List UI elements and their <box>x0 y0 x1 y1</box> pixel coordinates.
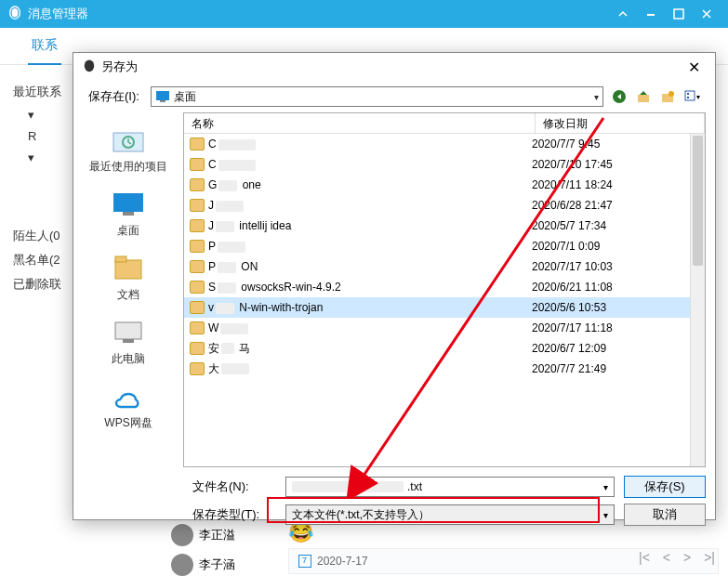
file-date: 2020/7/17 10:03 <box>532 260 699 273</box>
folder-icon <box>190 158 205 171</box>
file-row[interactable]: J intellij idea2020/5/7 17:34 <box>184 216 705 236</box>
folder-icon <box>190 362 205 375</box>
desktop-icon <box>155 90 170 103</box>
file-row[interactable]: C2020/7/10 17:45 <box>184 154 705 175</box>
file-name: 大 <box>208 361 528 377</box>
dialog-titlebar: 另存为 ✕ <box>73 53 715 81</box>
file-date: 2020/5/7 17:34 <box>532 219 699 232</box>
folder-icon <box>190 137 205 151</box>
svg-rect-18 <box>113 193 143 212</box>
file-row[interactable]: P ON2020/7/17 10:03 <box>184 256 705 277</box>
place-computer[interactable]: 此电脑 <box>110 310 147 373</box>
save-as-dialog: 另存为 ✕ 保存在(I): 桌面 ▾ ▾ 最近使用的项目 桌面 文档 <box>73 52 716 520</box>
file-name: S owsocksR-win-4.9.2 <box>208 281 528 294</box>
places-bar: 最近使用的项目 桌面 文档 此电脑 WPS网盘 <box>73 112 183 467</box>
file-row[interactable]: J2020/6/28 21:47 <box>184 195 705 216</box>
dialog-close-button[interactable]: ✕ <box>682 57 706 78</box>
filename-input[interactable]: .txt ▾ <box>285 477 615 497</box>
scrollbar-thumb[interactable] <box>693 136 703 266</box>
svg-rect-13 <box>685 91 695 100</box>
dialog-bottom: 文件名(N): .txt ▾ 保存(S) 保存类型(T): 文本文件(*.txt… <box>73 467 715 538</box>
back-icon[interactable] <box>611 88 628 105</box>
file-name: J intellij idea <box>208 219 528 232</box>
view-menu-icon[interactable]: ▾ <box>683 88 700 105</box>
file-list-header: 名称 修改日期 <box>184 113 705 134</box>
svg-rect-3 <box>647 14 655 16</box>
file-name: G one <box>208 178 528 191</box>
location-combo[interactable]: 桌面 ▾ <box>151 86 603 107</box>
place-recent[interactable]: 最近使用的项目 <box>89 118 167 180</box>
svg-rect-15 <box>687 97 689 98</box>
folder-icon <box>190 219 205 232</box>
new-folder-icon[interactable] <box>659 88 676 105</box>
folder-icon <box>190 342 205 355</box>
svg-rect-21 <box>115 256 126 262</box>
file-row[interactable]: v N-win-with-trojan2020/5/6 10:53 <box>184 297 705 318</box>
chat-nav: |< < > >| <box>635 548 719 567</box>
chevron-down-icon: ▾ <box>603 482 608 492</box>
svg-point-6 <box>85 59 95 72</box>
svg-rect-19 <box>123 212 134 216</box>
chat-item[interactable]: 李子涵 <box>167 550 279 576</box>
file-row[interactable]: C2020/7/7 9:45 <box>184 134 705 154</box>
folder-icon <box>190 199 205 212</box>
file-row[interactable]: 大2020/7/7 21:49 <box>184 359 705 379</box>
calendar-icon[interactable] <box>298 555 311 568</box>
folder-icon <box>190 301 205 314</box>
file-date: 2020/7/11 18:24 <box>532 178 699 191</box>
file-row[interactable]: S owsocksR-win-4.9.22020/6/21 11:08 <box>184 277 705 297</box>
file-name: v N-win-with-trojan <box>208 301 528 314</box>
svg-rect-4 <box>674 9 683 19</box>
file-name: W <box>208 321 528 334</box>
place-documents[interactable]: 文档 <box>110 246 147 308</box>
column-name[interactable]: 名称 <box>184 113 536 133</box>
maximize-button[interactable] <box>665 3 693 25</box>
cancel-button[interactable]: 取消 <box>624 504 706 526</box>
pin-button[interactable] <box>637 3 665 25</box>
column-date[interactable]: 修改日期 <box>536 113 705 133</box>
minimize-button[interactable] <box>609 3 637 25</box>
nav-prev[interactable]: < <box>659 548 674 567</box>
file-row[interactable]: G one2020/7/11 18:24 <box>184 175 705 195</box>
file-list: 名称 修改日期 C2020/7/7 9:45C2020/7/10 17:45G … <box>183 112 706 467</box>
folder-icon <box>190 240 205 253</box>
up-icon[interactable] <box>635 88 652 105</box>
svg-rect-10 <box>638 95 649 102</box>
main-title: 消息管理器 <box>28 6 88 22</box>
file-date: 2020/6/28 21:47 <box>532 199 699 212</box>
avatar <box>171 554 193 576</box>
scrollbar[interactable] <box>690 134 705 466</box>
file-name: 安 马 <box>208 341 528 357</box>
nav-first[interactable]: |< <box>635 548 654 567</box>
filetype-combo[interactable]: 文本文件(*.txt,不支持导入） ▾ <box>285 504 615 525</box>
close-button[interactable] <box>693 3 721 25</box>
place-wps[interactable]: WPS网盘 <box>104 374 152 437</box>
tab-contacts[interactable]: 联系 <box>28 28 61 65</box>
folder-icon <box>190 321 205 334</box>
filetype-label: 保存类型(T): <box>183 506 276 523</box>
file-row[interactable]: W2020/7/17 11:18 <box>184 318 705 338</box>
file-name: P ON <box>208 260 528 273</box>
folder-icon <box>190 178 205 191</box>
file-name: J <box>208 199 528 212</box>
file-date: 2020/7/7 9:45 <box>532 137 699 151</box>
file-date: 2020/7/7 21:49 <box>532 362 699 375</box>
nav-last[interactable]: >| <box>700 548 719 567</box>
svg-point-2 <box>12 8 19 17</box>
place-desktop[interactable]: 桌面 <box>110 182 147 244</box>
file-name: C <box>208 158 528 171</box>
svg-rect-22 <box>115 322 141 339</box>
svg-rect-8 <box>160 100 165 102</box>
main-titlebar: 消息管理器 <box>0 0 728 28</box>
file-row[interactable]: P2020/7/1 0:09 <box>184 236 705 256</box>
folder-icon <box>190 281 205 294</box>
file-name: P <box>208 240 528 253</box>
file-date: 2020/5/6 10:53 <box>532 301 699 314</box>
save-button[interactable]: 保存(S) <box>624 476 706 498</box>
chevron-down-icon: ▾ <box>603 510 608 520</box>
file-date: 2020/6/7 12:09 <box>532 342 699 355</box>
svg-rect-20 <box>115 260 141 279</box>
file-name: C <box>208 137 528 151</box>
file-row[interactable]: 安 马2020/6/7 12:09 <box>184 338 705 359</box>
nav-next[interactable]: > <box>680 548 695 567</box>
